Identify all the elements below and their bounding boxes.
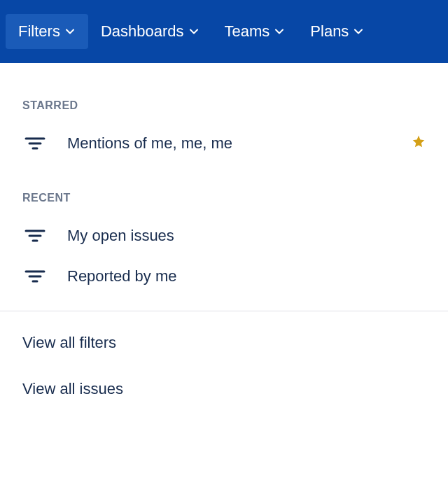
filter-icon <box>22 268 48 285</box>
nav-label: Plans <box>310 22 349 41</box>
nav-item-teams[interactable]: Teams <box>212 14 298 49</box>
nav-item-filters[interactable]: Filters <box>6 14 88 49</box>
filter-label: My open issues <box>67 227 426 245</box>
nav-label: Teams <box>225 22 270 41</box>
chevron-down-icon <box>188 26 200 37</box>
divider <box>0 311 448 311</box>
star-icon[interactable] <box>412 134 426 153</box>
link-label: View all issues <box>22 380 123 397</box>
nav-item-plans[interactable]: Plans <box>298 14 377 49</box>
filters-dropdown: STARRED Mentions of me, me, me RECENT My… <box>0 63 448 412</box>
chevron-down-icon <box>353 26 364 37</box>
view-all-issues-link[interactable]: View all issues <box>0 366 448 412</box>
filter-item[interactable]: Mentions of me, me, me <box>0 123 448 164</box>
view-all-filters-link[interactable]: View all filters <box>0 320 448 366</box>
nav-label: Dashboards <box>101 22 184 41</box>
navbar: Filters Dashboards Teams Plans <box>0 0 448 63</box>
section-header-recent: RECENT <box>0 183 448 216</box>
filter-label: Mentions of me, me, me <box>67 134 392 153</box>
filter-label: Reported by me <box>67 267 426 285</box>
filter-icon <box>22 227 48 244</box>
chevron-down-icon <box>274 26 285 37</box>
link-label: View all filters <box>22 334 116 351</box>
nav-label: Filters <box>18 22 60 41</box>
filter-item[interactable]: Reported by me <box>0 256 448 297</box>
filter-icon <box>22 135 48 152</box>
nav-item-dashboards[interactable]: Dashboards <box>88 14 212 49</box>
filter-item[interactable]: My open issues <box>0 216 448 256</box>
section-header-starred: STARRED <box>0 91 448 123</box>
chevron-down-icon <box>64 26 76 37</box>
